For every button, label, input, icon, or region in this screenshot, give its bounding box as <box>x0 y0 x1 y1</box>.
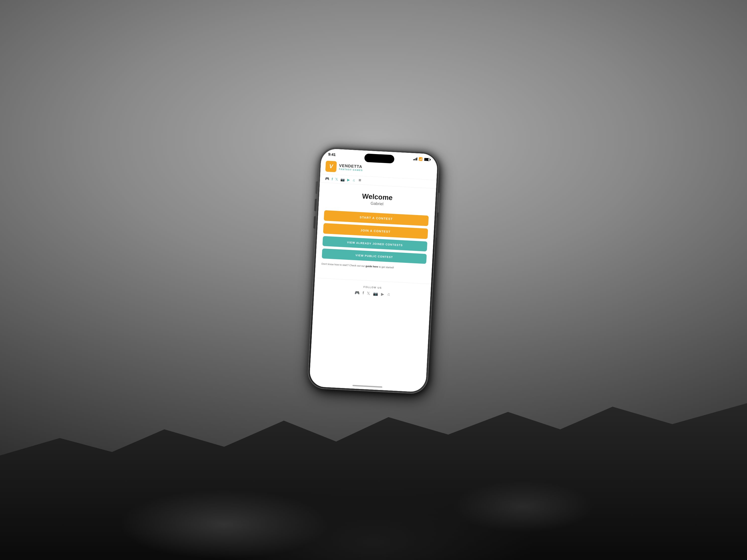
guide-link[interactable]: guide here <box>365 265 378 268</box>
status-time: 9:41 <box>328 152 336 157</box>
screen: 9:41 📶 <box>309 148 438 393</box>
view-public-contest-button[interactable]: VIEW PUBLIC CONTEST <box>322 248 427 264</box>
footer-youtube-icon[interactable]: ▶ <box>381 292 384 297</box>
footer-facebook-icon[interactable]: f <box>362 291 364 295</box>
guide-text: Don't know how to start? Check out our g… <box>321 262 426 271</box>
logo-area: V VENDETTA FANTASY GAMES <box>325 161 363 174</box>
instagram-icon[interactable]: 📷 <box>340 177 345 182</box>
facebook-icon[interactable]: f <box>332 177 333 181</box>
footer-instagram-icon[interactable]: 📷 <box>373 291 378 296</box>
phone-inner: 9:41 📶 <box>309 148 438 393</box>
status-icons: 📶 <box>413 157 431 162</box>
signal-bars-icon <box>413 157 417 160</box>
dynamic-island <box>364 154 395 163</box>
logo-icon: V <box>325 161 337 172</box>
logo-text: VENDETTA FANTASY GAMES <box>339 163 363 172</box>
twitch-icon[interactable]: 🎮 <box>325 177 329 181</box>
app-footer: FOLLOW US 🎮 f 𝕏 📷 ▶ ♫ <box>314 278 431 304</box>
twitter-icon[interactable]: 𝕏 <box>335 177 338 181</box>
footer-twitch-icon[interactable]: 🎮 <box>355 290 360 295</box>
menu-icon[interactable]: ≡ <box>358 178 361 183</box>
main-content: Welcome Gabriel START A CONTEST JOIN A C… <box>315 182 436 276</box>
logo-letter: V <box>329 163 333 170</box>
battery-icon <box>424 158 431 161</box>
phone-wrapper: 9:41 📶 <box>308 146 439 394</box>
wifi-icon: 📶 <box>418 157 423 161</box>
youtube-icon[interactable]: ▶ <box>347 178 350 182</box>
footer-tiktok-icon[interactable]: ♫ <box>387 292 390 297</box>
tiktok-icon[interactable]: ♫ <box>352 178 355 182</box>
phone-shell: 9:41 📶 <box>308 146 439 394</box>
footer-twitter-icon[interactable]: 𝕏 <box>367 291 370 296</box>
screen-content: V VENDETTA FANTASY GAMES 🎮 f 𝕏 <box>309 158 437 393</box>
